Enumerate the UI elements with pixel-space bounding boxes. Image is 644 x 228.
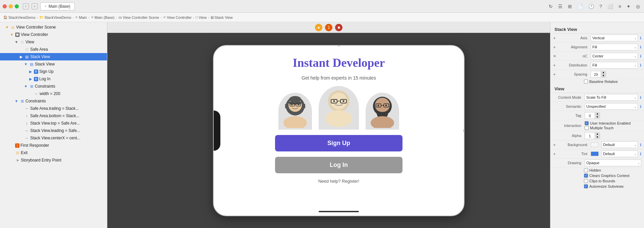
minimize-button[interactable] [9,4,13,8]
alpha-stepper[interactable]: 1 ▲ ▼ [585,132,600,139]
alignment-select[interactable]: Fill [591,44,638,50]
multiple-touch-checkbox[interactable] [585,126,589,130]
semantic-info[interactable]: ℹ [640,104,641,109]
canvas-icon-circle[interactable]: ● [315,24,322,31]
alignment-info[interactable]: ℹ [640,45,641,49]
tag-stepper[interactable]: 0 ▲ ▼ [585,112,600,119]
content-mode-select-wrap[interactable]: Scale To Fill [585,94,638,101]
semantic-select-wrap[interactable]: Unspecified [585,103,638,110]
autoresize-checkbox[interactable] [584,184,588,188]
distribution-select[interactable]: Fill [591,62,638,69]
refresh-button[interactable]: ↻ [547,3,554,10]
canvas-content[interactable]: → Instant Developer Get help from expert… [107,33,550,228]
canvas-icon-square[interactable]: ■ [335,24,342,31]
sidebar-item-c3[interactable]: ↕ Stack View.top = Safe Are... [0,120,107,127]
spacing-up[interactable]: ▲ [601,71,606,74]
bc-stackviewdemo1[interactable]: 🏠 StackViewDemo [3,15,36,19]
tint-select[interactable]: Default [601,150,638,157]
bc-vc-scene[interactable]: 🗂 View Controller Scene [118,15,159,19]
tag-up[interactable]: ▲ [595,112,600,116]
sidebar-item-signup[interactable]: ▶ B Sign Up [0,68,107,75]
bc-vc[interactable]: ✕ View Controller [163,15,192,19]
semantic-select[interactable]: Unspecified [585,103,638,110]
main-tab[interactable]: × Main (Base) [40,2,75,10]
tag-down[interactable]: ▼ [595,116,600,119]
hidden-checkbox[interactable] [584,168,588,172]
content-mode-select[interactable]: Scale To Fill [585,94,638,101]
sidebar-item-login[interactable]: ▶ B Log In [0,75,107,83]
distribution-plus[interactable]: + [553,63,558,68]
background-select[interactable]: Default [601,141,638,148]
background-plus[interactable]: + [553,142,558,147]
sidebar-item-stack-view-inner[interactable]: ▼ ▤ Stack View [0,60,107,68]
sidebar-item-c2[interactable]: ↕ Safe Area.bottom = Stack... [0,112,107,120]
background-info[interactable]: ℹ [640,143,641,147]
tint-swatch[interactable] [591,151,599,156]
drawing-select[interactable]: Opaque [585,159,641,166]
content-mode-info[interactable]: ℹ [640,95,641,100]
sidebar-item-c5[interactable]: ↔ Stack View.centerX = cent... [0,134,107,142]
signup-button[interactable]: Sign Up [275,135,402,151]
spacing-plus[interactable]: + [553,72,558,77]
sidebar-item-c4[interactable]: ↔ Stack View.leading = Safe... [0,127,107,134]
alignment-select-wrap[interactable]: Fill [591,44,638,50]
sidebar-item-first-responder[interactable]: 1 First Responder [0,142,107,149]
back-button[interactable]: ‹ [23,3,29,9]
axis-info[interactable]: ℹ [640,36,641,40]
baseline-checkbox[interactable] [584,80,588,84]
tint-plus[interactable]: + [553,151,558,156]
sidebar-item-view[interactable]: ▼ □ View [0,38,107,46]
nc-x[interactable]: ✕ [553,54,558,58]
inspector-button[interactable]: ≡ [617,3,623,10]
axis-select-wrap[interactable]: Vertical [591,35,638,41]
distribution-select-wrap[interactable]: Fill [591,62,638,69]
tint-select-wrap[interactable]: Default [601,150,638,157]
nc-select[interactable]: Center [591,53,638,59]
login-button[interactable]: Log In [275,157,402,173]
alpha-up[interactable]: ▲ [595,133,600,136]
clips-checkbox[interactable] [584,179,588,183]
forward-button[interactable]: › [32,3,38,9]
split-button[interactable]: ⊞ [567,3,573,10]
share-button[interactable]: ⬜ [606,3,614,10]
doc-button[interactable]: 📄 [576,3,584,10]
bc-stack-view[interactable]: ▤ Stack View [211,15,233,19]
sidebar-item-c1[interactable]: ↔ Safe Area.trailing = Stack... [0,105,107,112]
list-button[interactable]: ☰ [557,3,564,10]
bc-stackviewdemo2[interactable]: 📁 StackViewDemo [39,15,71,19]
spacing-down[interactable]: ▼ [601,74,606,77]
sidebar-item-constraints-outer[interactable]: ▼ ⊞ Constraints [0,97,107,105]
background-swatch[interactable] [591,142,599,147]
maximize-button[interactable] [15,4,19,8]
nc-select-wrap[interactable]: Center [591,53,638,59]
alpha-down[interactable]: ▼ [595,136,600,139]
nc-info[interactable]: ℹ [640,54,641,58]
alignment-plus[interactable]: + [553,45,558,50]
sidebar-item-vc-scene[interactable]: ▼ 🗂 View Controller Scene [0,24,107,31]
clock-button[interactable]: 🕐 [587,3,595,10]
sidebar-item-storyboard-entry[interactable]: ➤ Storyboard Entry Point [0,156,107,164]
bc-main-base[interactable]: ✕ Main (Base) [91,15,114,19]
warning-button[interactable]: ◎ [635,3,641,10]
drawing-select-wrap[interactable]: Opaque [585,159,641,166]
background-select-wrap[interactable]: Default [601,141,638,148]
sidebar-item-stack-view[interactable]: ▶ ▤ Stack View [0,53,107,60]
tab-close-icon[interactable]: × [45,4,47,8]
sidebar-item-constraints-inner[interactable]: ▼ ⊞ Constraints [0,83,107,90]
attr-button[interactable]: ✦ [625,3,632,10]
sidebar-item-exit[interactable]: ⊡ Exit [0,149,107,156]
distribution-info[interactable]: ℹ [640,63,641,67]
tint-info[interactable]: ℹ [640,152,641,156]
sidebar-item-width-constraint[interactable]: ↔ width = 200 [0,90,107,97]
spacing-stepper[interactable]: 29 ▲ ▼ [591,71,606,78]
axis-plus[interactable]: + [553,36,558,41]
axis-select[interactable]: Vertical [591,35,638,41]
sidebar-item-safe-area[interactable]: □ Safe Area [0,46,107,53]
bc-view[interactable]: □ View [196,15,207,19]
help-button[interactable]: ? [598,3,603,10]
clears-checkbox[interactable] [584,174,588,178]
close-button[interactable] [3,4,7,8]
canvas-icon-1[interactable]: 1 [325,24,332,31]
user-interaction-checkbox[interactable] [585,121,589,125]
bc-main[interactable]: ✕ Main [75,15,87,19]
